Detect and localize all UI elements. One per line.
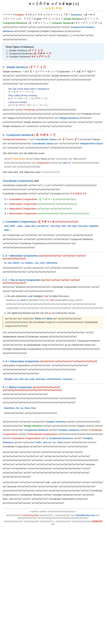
two-or-more-ex2-note: (oo7oo7oo7 oo7 oo7oo7oo7 While oo7 When … xyxy=(3,316,103,329)
two-or-more-ex1-note: Sentence oo7 and (Cumulative Conj.) oo7 … xyxy=(6,298,103,310)
keyword-sentence: Sentence xyxy=(71,13,82,16)
divider-1 xyxy=(3,63,103,63)
divider-9 xyxy=(3,418,103,418)
cumulative-description: oo7 Conjunction oo7 oo7oo7oo7 oo7 oo7oo7… xyxy=(3,233,103,250)
extra-note-2: oo7oo7oo7oo7 oo7oo7oo7 oo7oo7oo7 both...… xyxy=(3,480,103,505)
section2-note: oo7oo7 finite verbs oo7oo7 (tried, faile… xyxy=(4,157,103,169)
two-or-more-ex2-num: 2. The lightening flashed and the rain f… xyxy=(4,312,103,314)
coord-type-a1: A = Adversative Conjunction (oo7oo7oo7oo… xyxy=(4,202,103,206)
example-english-1: The rain came down with a vengeance. xyxy=(8,88,103,90)
two-or-more-description: oo7oo7oo7 Sentence oo7oo7oo7oo7oo7oo7 Co… xyxy=(3,285,103,293)
extra-note-1: oo7oo7oo7oo7 oo7oo7oo7 oo7oo7 oo7oo7oo7o… xyxy=(3,450,103,479)
alternative-heading: 2. A = Alternative Conjunction (oo7oo7oo… xyxy=(3,254,103,260)
illative-description: oo7oo7oo7oo7oo7oo7 oo7oo7oo7oo7oo7 oo7oo… xyxy=(3,392,103,405)
coord-types-list: C = Cumulative Conjunction (ရေ-ခြံ-ဆိုသေ… xyxy=(4,197,103,216)
alternative-keywords: or, nor, either...or, neither...nor, els… xyxy=(4,261,103,265)
intro-paragraph: တကယ်တမ်း English ကာတာဆိုရင် လောကာ ရန်ကုန… xyxy=(3,13,103,42)
keyword-simple: Simple Sentence xyxy=(63,18,83,20)
section1-example-3: I have just arrived. ကျွန်တော် ခုလေးတာနေ… xyxy=(4,101,103,106)
example-burmese-3: ကျွန်တော် ခုလေးတာနေ ကြည်ကြည်ဝင်လာသည်။ xyxy=(8,104,103,106)
type-item-2: Compound Sentence (ရေ-ခြံ-ဆိုသော-ဝင်) xyxy=(9,52,101,55)
coord-type-c: C = Cumulative Conjunction (ရေ-ခြံ-ဆိုသေ… xyxy=(4,197,103,202)
section1-example-1: The rain came down with a vengeance. မို… xyxy=(4,88,103,93)
type-item-3: Complex Sentence (ဆောပုဂ္ဂိုလ်-ဂွင်) xyxy=(9,55,101,58)
section2-she-tried: She tried hard, but she failed the exam. xyxy=(3,151,103,156)
footer-credit1: oo7oo7oo7oo7 oo7oo7oo7oo7 (oo7oo7oo7) - … xyxy=(3,514,103,519)
page-title: အင်္ဂလိပ်စာ သင်ခန်းစာများ (၃) xyxy=(3,2,103,6)
keyword-compound-complex: Compound Complex Sentence xyxy=(3,26,95,32)
page-subtitle: နေ့စွမ်း (လောနဲ့) xyxy=(3,7,103,11)
two-or-more-ex1-num: 1. He was industrious and intelligent, b… xyxy=(4,295,103,298)
divider-6 xyxy=(3,276,103,276)
illative-note: oo7oo7oo7oo7oo7 oo7oo7oo7oo7oo7oo7oo7oo7 xyxy=(4,411,103,415)
section2-description: Compound Sentence က oo7 Coordinate Claus… xyxy=(3,138,103,150)
section1-note: oo7oo7oo7 oo7oo7 Predicate oo7oo7oo7oo7o… xyxy=(3,108,103,128)
adversative-keywords: despite, but, still, yet, only, whereas,… xyxy=(4,377,103,381)
cumulative-heading: 1. Cumulative Conjunctions (ရေ-ခြံ-ဆိုသေ… xyxy=(3,220,103,223)
section1-example-2: They called off the meeting. သူတို့ အစည်… xyxy=(4,94,103,100)
example-burmese-2: သူတို့ အစည်းအဝေးကို ကတ်ချလိုက်ကြသည်။ xyxy=(8,97,103,100)
section2-she-tried-2: She tried hard. She failed the exam. oo7… xyxy=(3,170,103,174)
type-item-1: Simple Sentence (နိုင်ငံ-ဂွင်) xyxy=(9,49,101,52)
coord-type-a2: A = Alternative Conjunction (oo7oo7oo7 o… xyxy=(4,206,103,211)
coord-conj-heading: Coordinate Conjunction oo7 xyxy=(3,179,103,182)
divider-8 xyxy=(3,384,103,384)
example-burmese-1: မိုး အရှိမ်း ပွေ့ဝင်လာသည်။ xyxy=(8,90,103,93)
two-or-more-heading: 3. C = Two or more Conjunction (oo7oo7 o… xyxy=(3,278,103,284)
alternative-description: oo7oo7oo7oo7oo7 oo7oo7 oo7oo7oo7 oo7 oo7… xyxy=(3,266,103,274)
keyword-complex: Complex Sentence xyxy=(52,22,74,24)
footer: ~ oo7oo7 oo7oo7 oo7oo7oo7oo7oo7oo7oo7 ~ … xyxy=(3,508,103,526)
illative-keywords: therefore, for, so, then, thus xyxy=(4,406,103,410)
coord-type-a3: A = Adversative Conjunction (oo7oo7oo7oo… xyxy=(4,212,103,216)
footer-credit2: oo7oo7oo7oo7oo7 oo7oo7oo7oo7 (oo7oo7oo7)… xyxy=(3,520,103,526)
page-container: အင်္ဂလိပ်စာ သင်ခန်းစာများ (၃) နေ့စွမ်း (… xyxy=(3,2,103,526)
three-types-title: Three Types of Sentence xyxy=(5,46,101,48)
keyword-compound: Compound Sentence xyxy=(3,22,27,24)
example-english-3: I have just arrived. xyxy=(8,101,103,104)
section2-heading: 2. Compound Sentence (ရေ-ခြံ-ဆိုသော-ဝင်) xyxy=(3,133,103,136)
divider-3 xyxy=(3,176,103,177)
example-english-2: They called off the meeting. xyxy=(8,94,103,97)
divider-7 xyxy=(3,358,103,358)
adversative-heading: 4. A = Adversative Conjunction (oo7oo7oo… xyxy=(3,360,103,363)
illative-heading: 5. I = Illative Conjunction (oo7oo7oo7oo… xyxy=(3,386,103,392)
complex-note: oo7oo7oo7oo7 oo7oo7oo7 oo7oo7oo7 Complex… xyxy=(3,420,103,449)
three-types-list: Simple Sentence (နိုင်ငံ-ဂွင်) Compound … xyxy=(9,49,101,58)
three-types-box: Three Types of Sentence Simple Sentence … xyxy=(3,44,103,60)
coord-conj-description: Coordinate Conjunction oo7oo7 oo7 (၃) oo… xyxy=(3,183,103,196)
two-or-more-ex2-detail: oo7 oo7oo7oo7oo7oo7oo7oo7oo7oo7oo7oo7oo7… xyxy=(3,330,103,356)
section1-heading: 1. Simple Sentence (နိုင်ငံ-ဂွင်) xyxy=(3,66,103,68)
cumulative-keywords: and, both ...and, ...and, also, as well … xyxy=(4,224,103,232)
footer-top: ~ oo7oo7 oo7oo7 oo7oo7oo7oo7oo7oo7oo7 ~ xyxy=(3,510,103,513)
section1-description: Simple Sentence က oo7 မပြည်ဟယ်က ကဏ္ဍတပ် … xyxy=(3,70,103,86)
adversative-description: Adversative Conjunctions oo7oo7oo7oo7oo7… xyxy=(3,364,103,376)
keyword-english: English xyxy=(15,13,24,16)
